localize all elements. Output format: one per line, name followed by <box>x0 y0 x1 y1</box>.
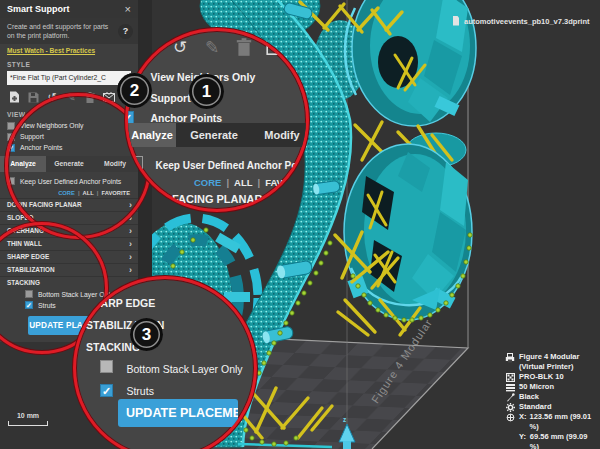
checkbox-view-neighbors-only[interactable] <box>7 122 15 130</box>
printer-info-block: Figure 4 Modular (Virtual Printer) PRO-B… <box>505 352 597 449</box>
help-icon[interactable]: ? <box>118 24 133 39</box>
callout-magnified-stacking: SHARP EDGE STABILIZATION STACKING Bottom… <box>73 276 257 449</box>
callout-badge-2: 2 <box>117 73 152 108</box>
app-window: automotiveevents_pb10_v7.3dprint Figure … <box>0 0 600 449</box>
chevron-right-icon: › <box>129 226 132 236</box>
print-color-icon <box>505 392 515 402</box>
callout-badge-3: 3 <box>130 318 163 351</box>
delete-style-icon <box>234 37 254 57</box>
print-mode-icon <box>505 402 515 412</box>
filter-core: CORE <box>194 177 221 188</box>
mode-tabbar: Analyze Generate Modify <box>128 123 309 147</box>
material-icon <box>505 372 515 382</box>
update-placement-button: UPDATE PLACEMENT <box>118 399 238 427</box>
undo-icon: ↺ <box>170 37 190 57</box>
scale-bar: 10 mm <box>8 412 48 426</box>
filter-all: ALL <box>234 177 252 188</box>
tab-generate: Generate <box>176 123 252 147</box>
open-file-name: automotiveevents_pb10_v7.3dprint <box>452 16 589 26</box>
scale-bar-bracket <box>8 421 48 426</box>
checkbox-bottom-stack-layer <box>100 360 113 373</box>
save-style-icon[interactable] <box>26 90 40 104</box>
edit-style-icon: ✎ <box>202 37 222 57</box>
chevron-right-icon: › <box>129 265 132 275</box>
keep-anchor-row: Keep User Defined Anchor Points <box>130 155 309 173</box>
printer-icon <box>505 352 515 372</box>
style-select[interactable]: *Fine Flat Tip (Part Cylinder2_C <box>7 71 131 85</box>
tab-analyze: Analyze <box>128 123 176 147</box>
best-practices-link[interactable]: Must Watch - Best Practices <box>0 44 138 58</box>
callout-badge-1: 1 <box>189 74 224 109</box>
layer-thickness-icon <box>505 382 515 392</box>
dimensions-icon <box>505 412 515 449</box>
new-style-icon[interactable] <box>7 90 21 104</box>
checkbox-struts: ✓ <box>100 384 113 397</box>
panel-title: Smart Support <box>7 4 70 14</box>
close-icon[interactable]: × <box>125 4 131 14</box>
z-axis-label: z <box>343 416 346 423</box>
bottom-stack-layer-row: Bottom Stack Layer Only <box>100 359 243 377</box>
tab-modify: Modify <box>252 123 309 147</box>
chevron-right-icon: › <box>129 239 132 249</box>
callout-magnified-view-tabs: ↺ ✎ View Neighbors Only Support ✓ Anchor… <box>125 28 309 212</box>
chevron-right-icon: › <box>129 252 132 262</box>
panel-description: Create and edit supports for parts on th… <box>0 18 138 44</box>
struts-row: ✓ Struts <box>100 381 154 399</box>
style-label: STYLE <box>0 58 138 70</box>
file-icon <box>452 16 460 26</box>
panel-header: Smart Support × <box>0 0 138 18</box>
